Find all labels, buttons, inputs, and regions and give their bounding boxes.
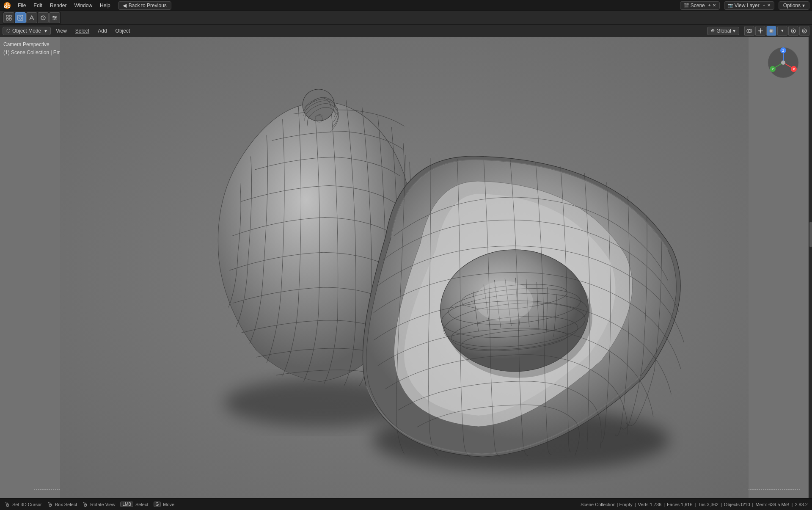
box-select-label: Box Select — [55, 502, 77, 507]
separator5: | — [752, 502, 754, 507]
back-btn-label: Back to Previous — [129, 3, 167, 8]
layout-icon[interactable] — [3, 12, 14, 23]
proportional-editing-icon[interactable] — [799, 26, 809, 36]
view-layer-selector[interactable]: 📷 View Layer + ✕ — [724, 1, 774, 10]
svg-rect-7 — [6, 15, 8, 17]
version-label: 2.83.2 — [795, 502, 808, 507]
scene-selector[interactable]: 🎬 Scene + ✕ — [680, 1, 720, 10]
objects-label: Objects:0/10 — [724, 502, 750, 507]
viewport-right-icons: ▾ — [744, 26, 809, 36]
menu-render[interactable]: Render — [47, 2, 70, 9]
mouse-middle-icon: 🖱 — [47, 501, 53, 508]
separator6: | — [792, 502, 793, 507]
viewport-shading-dropdown[interactable]: ▾ — [777, 26, 787, 36]
separator2: | — [663, 502, 665, 507]
mode-label: Object Mode — [12, 28, 41, 34]
mem-label: Mem: 639.5 MiB — [755, 502, 789, 507]
viewport-3d[interactable]: Camera Perspective (1) Scene Collection … — [0, 37, 809, 498]
view-layer-label: View Layer — [735, 3, 760, 8]
right-scroll-panel — [809, 37, 812, 498]
global-icon: ⊕ — [711, 28, 715, 33]
svg-text:X: X — [793, 68, 795, 71]
menu-help[interactable]: Help — [96, 2, 114, 9]
svg-text:Z: Z — [782, 49, 784, 52]
scene-close-icon: ✕ — [713, 3, 716, 8]
svg-rect-10 — [9, 18, 11, 20]
svg-point-6 — [8, 6, 10, 7]
main-content: Camera Perspective (1) Scene Collection … — [0, 37, 812, 498]
mode-icon: ⬡ — [6, 28, 11, 33]
mode-selector[interactable]: ⬡ Object Mode ▾ — [3, 27, 51, 35]
options-label: Options — [783, 3, 801, 8]
svg-point-5 — [5, 6, 6, 7]
scene-info-status: Scene Collection | Empty | Verts:1,736 |… — [581, 502, 808, 507]
header-add-btn[interactable]: Add — [94, 27, 110, 35]
svg-point-27 — [802, 29, 806, 33]
workspace-tool-group — [3, 11, 61, 24]
scene-add-icon: + — [708, 3, 711, 8]
scene-icon: 🎬 — [684, 3, 689, 8]
menu-window[interactable]: Window — [71, 2, 96, 9]
3d-viewport-icon[interactable] — [15, 12, 26, 23]
svg-point-26 — [793, 30, 794, 32]
svg-point-28 — [804, 30, 805, 32]
set-3d-cursor-status: 🖱 Set 3D Cursor — [4, 501, 42, 508]
header-select-btn[interactable]: Select — [72, 27, 93, 35]
header-object-btn[interactable]: Object — [112, 27, 134, 35]
status-bar: 🖱 Set 3D Cursor 🖱 Box Select 🖱 Rotate Vi… — [0, 498, 812, 510]
view-layer-add-icon: + — [763, 3, 765, 8]
move-label: Move — [163, 502, 174, 507]
global-dropdown-icon: ▾ — [733, 28, 735, 34]
svg-point-53 — [781, 61, 785, 65]
view-layer-icon: 📷 — [728, 3, 733, 8]
shading-icon[interactable] — [38, 12, 49, 23]
svg-point-18 — [54, 18, 55, 19]
svg-point-4 — [6, 3, 8, 5]
set-3d-cursor-label: Set 3D Cursor — [12, 502, 42, 507]
animation-icon[interactable] — [49, 12, 60, 23]
avocado-scene-svg — [0, 37, 809, 498]
mouse-left-icon: 🖱 — [4, 501, 10, 508]
snap-icon[interactable] — [788, 26, 798, 36]
overlay-icon[interactable] — [744, 26, 754, 36]
move-status: G Move — [154, 502, 175, 507]
box-select-status: 🖱 Box Select — [47, 501, 77, 508]
svg-point-12 — [41, 16, 45, 20]
back-arrow-icon: ◀ — [123, 3, 127, 8]
viewport-shading-solid[interactable] — [766, 26, 776, 36]
svg-text:Y: Y — [772, 68, 774, 71]
svg-point-16 — [53, 16, 55, 17]
viewport-orientation-gizmo[interactable]: Z X Y — [766, 46, 800, 80]
header-view-btn[interactable]: View — [52, 27, 70, 35]
transform-space-selector[interactable]: ⊕ Global ▾ — [707, 27, 739, 35]
separator4: | — [721, 502, 722, 507]
rotate-view-status: 🖱 Rotate View — [82, 501, 115, 508]
workspace-toolbar — [0, 11, 812, 25]
mode-dropdown-icon: ▾ — [44, 28, 47, 34]
faces-label: Faces:1,616 — [667, 502, 693, 507]
scene-label: Scene — [691, 3, 705, 8]
verts-label: Verts:1,736 — [638, 502, 662, 507]
move-kbd: G — [154, 502, 161, 507]
separator1: | — [635, 502, 636, 507]
svg-point-23 — [760, 30, 761, 32]
svg-point-17 — [55, 17, 56, 18]
gizmo-icon[interactable] — [755, 26, 765, 36]
tris-label: Tris:3,362 — [698, 502, 718, 507]
svg-rect-8 — [9, 15, 11, 17]
uv-editor-icon[interactable] — [26, 12, 37, 23]
view-layer-close-icon: ✕ — [767, 3, 771, 8]
menu-edit[interactable]: Edit — [30, 2, 46, 9]
options-chevron-icon: ▾ — [802, 3, 805, 8]
app-logo — [3, 1, 12, 10]
options-button[interactable]: Options ▾ — [779, 1, 809, 10]
back-to-previous-button[interactable]: ◀ Back to Previous — [118, 1, 171, 10]
menu-file[interactable]: File — [14, 2, 29, 9]
select-label: Select — [135, 502, 149, 507]
rotate-view-label: Rotate View — [90, 502, 115, 507]
separator3: | — [695, 502, 696, 507]
svg-rect-9 — [6, 18, 8, 20]
viewport-header: ⬡ Object Mode ▾ View Select Add Object ⊕… — [0, 25, 812, 37]
select-status: LMB Select — [120, 502, 148, 507]
scene-info-label: Scene Collection | Empty — [581, 502, 633, 507]
